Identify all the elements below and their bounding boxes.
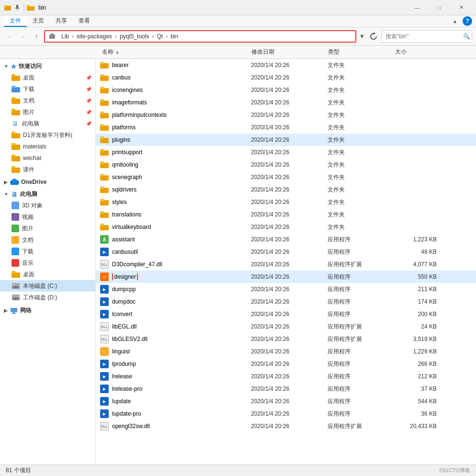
sidebar-item-video[interactable]: 视频 [0,211,95,223]
onedrive-title[interactable]: ▶ OneDrive [0,177,95,187]
sidebar-item-pictures[interactable]: 图片 📌 [0,106,95,118]
thispc-title[interactable]: ▼ 🖥 此电脑 [0,189,95,200]
folder-docs-icon [11,97,20,104]
table-row[interactable]: platforminputcontexts 2020/1/4 20:26 文件夹 [96,109,476,121]
table-row[interactable]: DLL opengl32sw.dll 2020/1/4 20:26 应用程序扩展… [96,420,476,432]
sidebar-item-thispc-qa[interactable]: 🖥 此电脑 📌 [0,118,95,129]
file-icon [100,60,109,70]
file-icon [100,172,109,182]
addr-sep-2: › [115,33,117,40]
table-row[interactable]: imageformats 2020/1/4 20:26 文件夹 [96,96,476,109]
file-name-label: canbus [112,74,131,81]
table-row[interactable]: ▶ dumpdoc 2020/1/4 20:26 应用程序 174 KB [96,295,476,308]
table-row[interactable]: DLL libEGL.dll 2020/1/4 20:26 应用程序扩展 24 … [96,320,476,333]
address-part-bin[interactable]: bin [170,33,178,40]
folder-desktop-icon [11,74,20,81]
maximize-button[interactable]: □ [428,0,450,15]
table-row[interactable]: translations 2020/1/4 20:26 文件夹 [96,208,476,221]
table-row[interactable]: qmltooling 2020/1/4 20:26 文件夹 [96,159,476,171]
network-title[interactable]: ▶ 网络 [0,305,95,316]
sidebar-item-desktop[interactable]: 桌面 📌 [0,72,95,83]
sidebar-item-materials[interactable]: materials [0,141,95,152]
back-button[interactable]: ‹ [4,31,15,42]
col-name[interactable]: 名称▲ [98,48,251,56]
3d-icon [11,202,19,209]
help-button[interactable]: ? [463,16,472,26]
tab-file[interactable]: 文件 [4,15,27,27]
file-size: 3,519 KB [395,336,442,342]
table-row[interactable]: canbus 2020/1/4 20:26 文件夹 [96,71,476,84]
table-row[interactable]: ▶ lprodump 2020/1/4 20:26 应用程序 266 KB [96,358,476,370]
table-row[interactable]: bearer 2020/1/4 20:26 文件夹 [96,59,476,71]
table-row[interactable]: DLL libGLESV2.dll 2020/1/4 20:26 应用程序扩展 … [96,333,476,345]
table-row[interactable]: platforms 2020/1/4 20:26 文件夹 [96,121,476,134]
sidebar-item-wechat[interactable]: wechat [0,152,95,164]
sidebar-item-d1[interactable]: D1开发板学习资料( [0,129,95,141]
search-input[interactable] [382,33,461,40]
file-date: 2020/1/4 20:26 [251,373,328,380]
table-row[interactable]: ▶ lupdate-pro 2020/1/4 20:26 应用程序 36 KB [96,408,476,420]
table-row[interactable]: styles 2020/1/4 20:26 文件夹 [96,196,476,208]
file-name-label: dumpcpp [112,286,136,293]
sidebar-item-downloads[interactable]: 下载 📌 [0,83,95,95]
table-row[interactable]: sqldrivers 2020/1/4 20:26 文件夹 [96,183,476,196]
sidebar-item-3d[interactable]: 3D 对象 [0,200,95,211]
quick-access-title[interactable]: ▼ ★ 快速访问 [0,61,95,72]
file-name-label: libEGL.dll [112,323,136,330]
refresh-button[interactable] [368,30,379,43]
address-part-lib[interactable]: Lib [61,33,69,40]
sidebar-item-docs[interactable]: 文档 📌 [0,95,95,106]
search-button[interactable]: 🔍 [461,31,472,42]
address-dropdown-button[interactable]: ▼ [358,30,366,43]
col-type[interactable]: 类型 [328,48,395,56]
table-row[interactable]: ▶ lupdate 2020/1/4 20:26 应用程序 544 KB [96,395,476,408]
address-part-site[interactable]: site-packages [77,33,112,40]
sidebar-item-dsk[interactable]: 桌面 [0,269,95,280]
sidebar-item-kj[interactable]: 课件 [0,164,95,175]
svg-point-19 [15,298,17,300]
search-bar: 🔍 [381,30,472,43]
table-row[interactable]: scenegraph 2020/1/4 20:26 文件夹 [96,171,476,183]
sidebar-item-dl[interactable]: 下载 [0,246,95,257]
table-row[interactable]: ▶ canbusutil 2020/1/4 20:26 应用程序 48 KB [96,246,476,258]
expand-ribbon-button[interactable]: ▲ [449,15,461,27]
tab-share[interactable]: 共享 [50,15,73,27]
table-row[interactable]: DLL D3Dcompiler_47.dll 2020/1/4 20:26 应用… [96,258,476,271]
table-row[interactable]: D designer 2020/1/4 20:26 应用程序 550 KB [96,271,476,283]
forward-button[interactable]: › [17,31,29,42]
sidebar-item-d[interactable]: 工作磁盘 (D:) [0,292,95,303]
table-row[interactable]: iconengines 2020/1/4 20:26 文件夹 [96,84,476,96]
sidebar-item-c[interactable]: 本地磁盘 (C:) [0,280,95,292]
col-date[interactable]: 修改日期 [251,48,328,56]
table-row[interactable]: ▶ dumpcpp 2020/1/4 20:26 应用程序 211 KB [96,283,476,295]
address-part-pyqt[interactable]: pyqt5_tools [120,33,149,40]
table-row[interactable]: ▶ lrelease 2020/1/4 20:26 应用程序 212 KB [96,370,476,383]
file-type: 文件夹 [328,161,395,169]
sidebar-item-music[interactable]: 音乐 [0,257,95,269]
minimize-button[interactable]: — [406,0,428,15]
sidebar-item-pics[interactable]: 图片 [0,223,95,234]
file-date: 2020/1/4 20:26 [251,62,328,68]
table-row[interactable]: printsupport 2020/1/4 20:26 文件夹 [96,146,476,159]
col-size[interactable]: 大小 [395,48,443,56]
file-size: 48 KB [395,249,442,255]
app-blue-icon: ▶ [100,385,109,393]
address-part-qt[interactable]: Qt [157,33,163,40]
file-date: 2020/1/4 20:26 [251,273,328,280]
table-row[interactable]: plugins 2020/1/4 20:26 文件夹 [96,134,476,146]
tab-view[interactable]: 查看 [73,15,96,27]
table-row[interactable]: virtualkeyboard 2020/1/4 20:26 文件夹 [96,221,476,233]
file-name-label: dumpdoc [112,298,136,305]
file-name: libGLESV2.dll [112,336,251,342]
table-row[interactable]: ▶ lrelease-pro 2020/1/4 20:26 应用程序 37 KB [96,383,476,395]
table-row[interactable]: ▶ lconvert 2020/1/4 20:26 应用程序 200 KB [96,308,476,320]
up-button[interactable]: ↑ [31,31,42,42]
path-home-icon [49,33,56,40]
table-row[interactable]: A assistant 2020/1/4 20:26 应用程序 1,223 KB [96,233,476,246]
svg-rect-4 [17,9,18,11]
address-bar[interactable]: Lib › site-packages › pyqt5_tools › Qt ›… [44,30,356,43]
sidebar-item-documents[interactable]: 文档 [0,234,95,246]
table-row[interactable]: L linguist 2020/1/4 20:26 应用程序 1,229 KB [96,345,476,358]
tab-home[interactable]: 主页 [27,15,50,27]
close-button[interactable]: ✕ [450,0,472,15]
